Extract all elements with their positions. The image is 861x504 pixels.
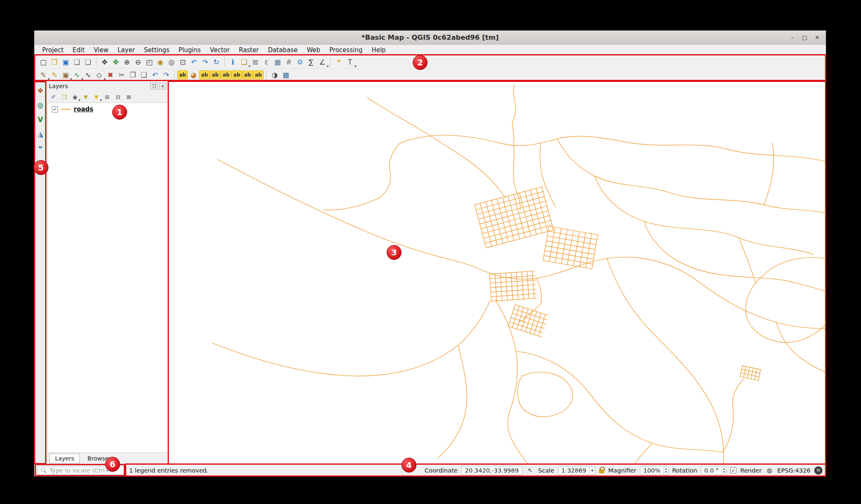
processing-history-button[interactable]: ▦ <box>280 70 291 80</box>
locator-search[interactable] <box>38 466 125 475</box>
layer-visibility-checkbox[interactable]: ✓ <box>52 106 58 113</box>
menu-edit[interactable]: Edit <box>68 46 89 55</box>
collapse-all-button[interactable]: ⊟ <box>113 92 123 101</box>
open-project-button[interactable]: ❒ <box>49 57 60 67</box>
highlight-labels-button[interactable]: ab <box>210 70 221 79</box>
measure-button[interactable]: ∠▾ <box>317 57 328 67</box>
zoom-to-selection-button[interactable]: ◉ <box>155 57 166 67</box>
vertex-tool-button[interactable]: ◇▾ <box>94 70 105 80</box>
messages-log-icon[interactable]: ✉ <box>814 466 823 475</box>
zoom-to-layer-button[interactable]: ◎ <box>166 57 177 67</box>
manage-map-themes-button[interactable]: ◉▾ <box>70 92 79 101</box>
remove-layer-button[interactable]: ⊠ <box>124 92 133 101</box>
rotation-spin-arrows[interactable]: ▴ ▾ <box>722 466 726 475</box>
refresh-map-button[interactable]: ↻ <box>211 57 222 67</box>
add-mesh-layer-button[interactable]: ◮ <box>35 129 46 139</box>
delete-selected-button[interactable]: ✖ <box>105 70 116 80</box>
data-source-manager-button[interactable]: ❖ <box>35 85 46 96</box>
menu-layer[interactable]: Layer <box>113 46 139 55</box>
zoom-native-button[interactable]: ⊡ <box>177 57 188 67</box>
add-group-button[interactable]: ❒ <box>60 92 69 101</box>
cut-features-button[interactable]: ✂ <box>116 70 127 80</box>
tab-browser[interactable]: Browser <box>82 454 117 463</box>
layout-manager-button[interactable]: ❑ <box>82 57 94 67</box>
pin-labels-button[interactable]: ab <box>199 70 210 79</box>
digitize-options-button[interactable]: ∿▾ <box>71 70 82 80</box>
menu-raster[interactable]: Raster <box>234 46 263 55</box>
tab-layers[interactable]: Layers <box>49 454 80 463</box>
show-hide-labels-button[interactable]: ab <box>221 70 231 79</box>
menu-help[interactable]: Help <box>367 46 390 55</box>
zoom-out-button[interactable]: ⊖ <box>132 57 144 67</box>
close-panel-button[interactable]: ✕ <box>159 83 166 89</box>
close-button[interactable]: ✕ <box>811 33 823 43</box>
scale-combo[interactable]: 1:32869 ▾ <box>558 466 595 475</box>
select-by-expression-button[interactable]: ε <box>261 57 272 67</box>
rotate-label-button[interactable]: ab <box>242 70 253 79</box>
layer-diagram-button[interactable]: ◕ <box>188 70 199 80</box>
zoom-last-button[interactable]: ↶ <box>188 57 200 67</box>
lock-scale-icon[interactable] <box>599 469 604 473</box>
extents-toggle-icon[interactable]: ↖ <box>526 467 534 474</box>
deselect-features-button[interactable]: ⊠ <box>250 57 261 67</box>
menu-processing[interactable]: Processing <box>325 46 367 55</box>
rotation-spinbox[interactable]: 0.0 ° ▴ ▾ <box>701 466 726 475</box>
move-label-button[interactable]: ab <box>231 70 242 79</box>
menu-view[interactable]: View <box>89 46 113 55</box>
layer-labeling-button[interactable]: ab <box>177 70 188 79</box>
menu-database[interactable]: Database <box>263 46 302 55</box>
scale-caret-icon[interactable]: ▾ <box>589 466 595 475</box>
menu-web[interactable]: Web <box>302 46 325 55</box>
float-panel-button[interactable]: ❐ <box>150 83 158 89</box>
zoom-full-button[interactable]: ◰ <box>144 57 155 67</box>
menu-vector[interactable]: Vector <box>205 46 234 55</box>
render-checkbox[interactable]: ✓ <box>730 467 736 473</box>
pan-to-selection-button[interactable]: ✥ <box>110 57 121 67</box>
save-project-button[interactable]: ▣ <box>60 57 71 67</box>
filter-by-expression-button[interactable]: ▼▾ <box>92 92 101 101</box>
filter-legend-button[interactable]: ▼ <box>81 92 90 101</box>
new-project-button[interactable]: ▢ <box>38 57 49 67</box>
pan-map-button[interactable]: ✥ <box>99 57 110 67</box>
zoom-in-button[interactable]: ⊕ <box>121 57 132 67</box>
coordinate-field[interactable]: 20.3420,-33.9989 <box>461 466 522 475</box>
menu-plugins[interactable]: Plugins <box>174 46 205 55</box>
crs-icon[interactable]: ◍ <box>765 467 774 474</box>
undo-button[interactable]: ↶ <box>149 70 161 80</box>
open-attribute-table-button[interactable]: ▦ <box>272 57 283 67</box>
statistical-summary-button[interactable]: ∑ <box>305 57 317 67</box>
add-raster-layer-button[interactable]: ◍ <box>35 100 46 110</box>
field-calculator-button[interactable]: # <box>283 57 294 67</box>
menu-settings[interactable]: Settings <box>139 46 174 55</box>
identify-features-button[interactable]: ℹ <box>227 57 238 67</box>
text-annotation-button[interactable]: T▾ <box>344 57 356 67</box>
processing-toolbox-button[interactable]: ⚙ <box>294 57 305 67</box>
expand-all-button[interactable]: ⊞ <box>103 92 112 101</box>
locator-input[interactable] <box>49 467 115 474</box>
toggle-editing-button[interactable]: ✎ <box>49 70 60 80</box>
redo-button[interactable]: ↷ <box>161 70 172 80</box>
layer-row-roads[interactable]: ✓ roads <box>48 103 168 115</box>
add-annotation-layer-button[interactable]: ❝ <box>35 143 46 154</box>
spin-down-icon[interactable]: ▾ <box>665 470 667 474</box>
zoom-next-button[interactable]: ↷ <box>200 57 211 67</box>
new-print-layout-button[interactable]: ❏ <box>71 57 82 67</box>
menu-project[interactable]: Project <box>38 46 68 55</box>
maximize-button[interactable]: □ <box>798 33 811 43</box>
select-features-button[interactable]: ❏▾ <box>238 57 250 67</box>
change-label-button[interactable]: ab <box>253 70 264 79</box>
spin-down-icon[interactable]: ▾ <box>723 470 725 474</box>
open-layer-styling-button[interactable]: ✐ <box>49 92 58 101</box>
magnifier-spinbox[interactable]: 100% ▴ ▾ <box>640 466 668 475</box>
paste-features-button[interactable]: ❏ <box>138 70 149 80</box>
map-canvas[interactable] <box>169 81 826 464</box>
map-tips-button[interactable]: ❝ <box>333 57 344 67</box>
layer-label[interactable]: roads <box>74 106 94 113</box>
save-layer-edits-button[interactable]: ▣▾ <box>60 70 71 80</box>
magnifier-spin-arrows[interactable]: ▴ ▾ <box>664 466 668 475</box>
add-feature-button[interactable]: ∿ <box>82 70 94 80</box>
add-vector-layer-button[interactable]: V <box>35 114 46 125</box>
copy-features-button[interactable]: ❐ <box>127 70 138 80</box>
python-console-button[interactable]: ◑ <box>269 70 280 80</box>
minimize-button[interactable]: – <box>786 33 798 43</box>
